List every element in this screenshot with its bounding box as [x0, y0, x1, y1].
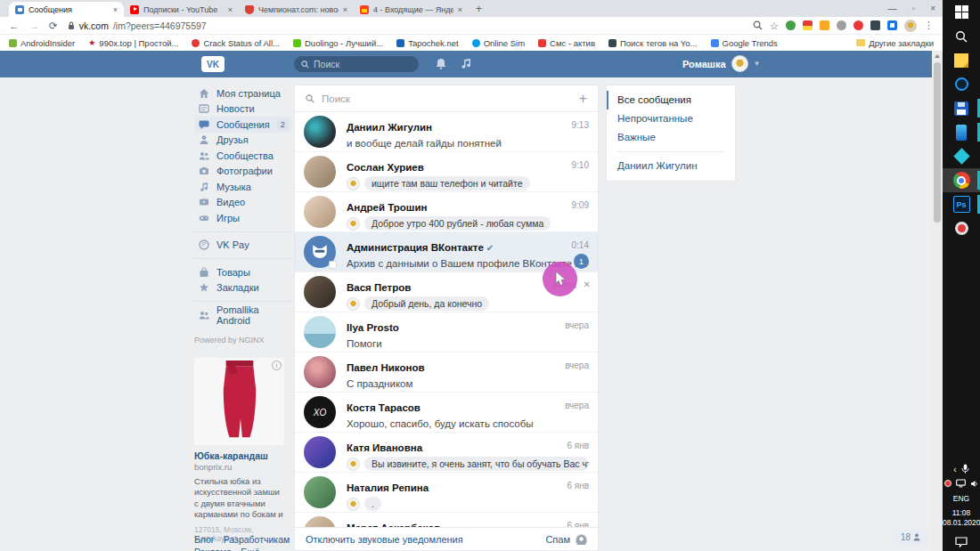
bookmark-star-icon[interactable]: ☆ — [770, 20, 779, 32]
start-button[interactable] — [943, 0, 980, 24]
reload-icon[interactable]: ⟳ — [49, 20, 58, 32]
screen-recorder-app[interactable] — [943, 216, 980, 240]
tab-championat[interactable]: Чемпионат.com: новости спор × — [239, 2, 354, 17]
tray-expand-icon[interactable]: ‹ — [953, 465, 956, 474]
forward-icon[interactable]: → — [29, 20, 40, 31]
bookmark-item[interactable]: Duolingo - Лучший... — [293, 38, 383, 48]
minimize-button[interactable]: — — [888, 4, 897, 13]
extension-shield-icon[interactable] — [837, 20, 846, 30]
tab-close-icon[interactable]: × — [343, 5, 347, 14]
bookmark-item[interactable]: Смс - актив — [538, 38, 595, 48]
new-tab-button[interactable]: + — [476, 2, 482, 17]
ad-info-icon[interactable] — [272, 361, 282, 370]
chat-search-input[interactable]: Поиск + — [295, 85, 598, 112]
footer-link-ads[interactable]: Реклама — [194, 547, 232, 551]
vegas-app[interactable] — [943, 144, 980, 168]
filter-unread[interactable]: Непрочитанные — [607, 109, 735, 128]
vk-logo[interactable]: VK — [201, 56, 225, 72]
language-indicator[interactable]: ENG — [943, 494, 980, 503]
bookmark-item[interactable]: AndroidInsider — [9, 38, 75, 48]
sidebar-item-profile[interactable]: Моя страница — [194, 85, 292, 101]
tray-clock[interactable]: 11:08 08.01.2020 — [943, 508, 980, 528]
bookmark-item[interactable]: Online Sim — [472, 38, 525, 48]
sidebar-item-photos[interactable]: Фотографии — [194, 164, 292, 180]
ad-title[interactable]: Юбка-карандаш — [194, 450, 284, 461]
sidebar-item-app[interactable]: Pomallika Android — [194, 307, 292, 323]
filter-pinned-dialog[interactable]: Даниил Жигулин — [607, 157, 735, 175]
extension-k-icon[interactable] — [820, 20, 829, 30]
tab-vk-messages[interactable]: Сообщения × — [9, 2, 124, 17]
sphere-app[interactable] — [943, 72, 980, 96]
taskbar-search-button[interactable] — [943, 24, 980, 48]
online-friends-counter[interactable]: 18 — [893, 529, 928, 546]
sidebar-item-news[interactable]: Новости — [194, 101, 292, 117]
sidebar-item-music[interactable]: Музыка — [194, 179, 292, 195]
browser-profile-avatar[interactable] — [904, 20, 917, 32]
sidebar-item-friends[interactable]: Друзья — [194, 133, 292, 149]
conversation-row[interactable]: Ilya Prosto вчера Помоги — [295, 312, 598, 352]
save-app[interactable] — [943, 96, 980, 120]
conversation-row[interactable]: Сослан Хуриев 9:10 ищите там ваш телефон… — [295, 152, 598, 192]
tab-yandex-mail[interactable]: 4 - Входящие — Яндекс.Почта × — [354, 2, 469, 17]
zoom-icon[interactable] — [753, 20, 763, 30]
recording-indicator-icon[interactable] — [944, 480, 951, 487]
sticky-notes-app[interactable] — [943, 48, 980, 72]
chrome-app[interactable] — [943, 168, 980, 192]
tab-close-icon[interactable]: × — [113, 5, 118, 14]
extension-red-icon[interactable] — [853, 20, 863, 30]
conversation-row[interactable]: Наталия Репина 6 янв . — [295, 473, 598, 513]
bookmark-item[interactable]: Crack Status of All... — [192, 38, 280, 48]
ad-site[interactable]: bonprix.ru — [194, 462, 284, 472]
url-field[interactable]: vk.com/im?peers=446975597 — [68, 20, 743, 31]
document-app[interactable] — [943, 120, 980, 144]
ad-block[interactable]: Юбка-карандаш bonprix.ru Стильна юбка из… — [194, 358, 284, 543]
close-button[interactable]: × — [930, 4, 935, 13]
notifications-bell-icon[interactable] — [436, 57, 446, 73]
bookmark-item[interactable]: Google Trends — [711, 38, 778, 48]
extension-flag-icon[interactable] — [803, 20, 813, 30]
browser-menu-icon[interactable]: ⋮ — [924, 20, 934, 31]
dismiss-conversation-icon[interactable]: ✕ — [584, 280, 591, 289]
filter-all-messages[interactable]: Все сообщения — [607, 91, 735, 109]
tab-close-icon[interactable]: × — [458, 5, 462, 14]
sidebar-item-games[interactable]: Игры — [194, 210, 292, 226]
action-center-button[interactable] — [943, 537, 980, 547]
music-icon[interactable] — [461, 57, 471, 73]
sidebar-item-videos[interactable]: Видео — [194, 195, 292, 211]
tab-youtube[interactable]: Подписки - YouTube × — [124, 2, 239, 17]
sidebar-item-goods[interactable]: Товары — [194, 264, 292, 280]
sidebar-item-bookmarks[interactable]: Закладки — [194, 280, 292, 296]
conversation-row[interactable]: Катя Ивановна 6 янв Вы извините, я очень… — [295, 433, 598, 473]
filter-important[interactable]: Важные — [607, 128, 735, 147]
extension-translate-icon[interactable] — [887, 20, 897, 30]
settings-gear-icon[interactable] — [576, 533, 587, 545]
microphone-icon[interactable] — [961, 464, 969, 474]
display-icon[interactable] — [956, 479, 966, 488]
footer-link-blog[interactable]: Блог — [194, 534, 215, 545]
new-message-button[interactable]: + — [579, 91, 587, 107]
footer-link-developers[interactable]: Разработчикам — [224, 534, 290, 545]
ad-image[interactable] — [194, 358, 284, 445]
conversation-row[interactable]: Даниил Жигулин 9:13 и вообще делай гайды… — [295, 112, 598, 152]
photoshop-app[interactable] — [943, 192, 980, 216]
spam-link[interactable]: Спам — [545, 534, 570, 545]
sidebar-item-vkpay[interactable]: P VK Pay — [194, 238, 292, 254]
other-bookmarks-button[interactable]: Другие закладки — [856, 38, 934, 48]
header-search-input[interactable]: Поиск — [294, 56, 419, 72]
extension-adblock-icon[interactable] — [786, 20, 796, 30]
extension-screenshot-icon[interactable] — [870, 20, 880, 30]
footer-link-more[interactable]: Ещё — [241, 547, 259, 551]
scrollbar-up-arrow[interactable] — [935, 54, 940, 58]
sidebar-item-communities[interactable]: Сообщества — [194, 148, 292, 164]
user-menu[interactable]: Ромашка ▼ — [682, 55, 760, 72]
mute-notifications-link[interactable]: Отключить звуковые уведомления — [306, 534, 463, 545]
speaker-icon[interactable] — [970, 480, 978, 488]
conversation-row[interactable]: XO Костя Тарасов вчера Хорошо, спасибо, … — [295, 393, 598, 433]
conversation-row[interactable]: Павел Никонов вчера С праздником — [295, 352, 598, 393]
maximize-button[interactable]: ▫ — [912, 4, 916, 13]
scrollbar-thumb[interactable] — [934, 62, 941, 223]
conversation-row[interactable]: Андрей Трошин 9:09 Доброе утро 400 рубле… — [295, 192, 598, 232]
sidebar-item-messages[interactable]: Сообщения 2 — [194, 117, 292, 133]
bookmark-item[interactable]: ★990x.top | Простой... — [88, 38, 178, 48]
bookmark-item[interactable]: Поиск тегов на Yo... — [608, 38, 698, 48]
